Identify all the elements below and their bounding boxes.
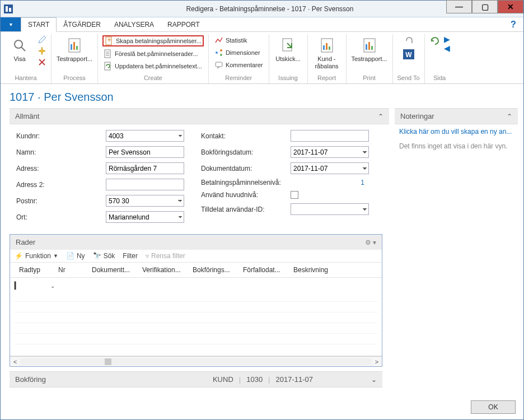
process-group-label: Process [63,73,86,83]
bokfdatum-field[interactable] [291,146,369,158]
skapa-betalningspaminnelser-button[interactable]: Skapa betalningspåminnelser... [102,35,204,46]
menu-analysera[interactable]: ANALYSERA [107,17,161,31]
uppdatera-betpaminnelsetext-button[interactable]: Uppdatera bet.påminnelsetext... [102,61,204,71]
ribbon-group-reminder: Statistik Dimensioner Kommentarer Remind… [209,34,269,83]
file-menu-dropdown[interactable]: ▾ [1,17,21,31]
ribbon-group-sida: ▶ ◀ Sida [425,34,455,83]
kundnr-field[interactable] [106,130,184,142]
sparkle-icon[interactable] [38,46,46,55]
word-icon[interactable]: W [402,48,415,61]
foresla-betpaminnelserader-button[interactable]: Föreslå bet.påminnelserader... [102,49,204,59]
row-dropdown-icon[interactable]: ⌄ [50,283,58,289]
col-forfallodat[interactable]: Förfallodat... [238,266,289,274]
sok-button[interactable]: 🔭Sök [93,252,115,260]
svg-point-17 [216,52,218,54]
reminder-group-label: Reminder [225,73,252,83]
uppdatera-label: Uppdatera bet.påminnelsetext... [115,63,202,69]
scroll-right-icon[interactable]: > [372,358,382,365]
noteringar-header[interactable]: Noteringar ⌃ [395,108,518,124]
svg-rect-10 [76,46,78,50]
ribbon-group-issuing: Utskick... Issuing [269,34,308,83]
delete-icon[interactable] [38,58,46,67]
allmant-header[interactable]: Allmänt ⌃ [10,108,389,124]
col-verifikation[interactable]: Verifikation... [138,266,188,274]
help-icon[interactable]: ? [508,17,519,31]
anvandarid-field[interactable] [291,203,369,215]
side-panel: Noteringar ⌃ Klicka här om du vill skapa… [395,108,518,395]
svg-rect-2 [9,8,11,12]
close-button[interactable]: ✕ [498,0,523,13]
huvudniva-checkbox[interactable] [291,191,298,199]
dokdatum-label: Dokumentdatum: [201,165,291,172]
grid-body[interactable]: ▎ ⌄ [10,278,382,356]
svg-rect-27 [366,44,367,50]
create-group-label: Create [144,73,162,83]
scroll-left-icon[interactable]: < [10,358,20,365]
ort-field[interactable] [106,211,184,223]
funktion-button[interactable]: ⚡Funktion ▼ [15,252,58,260]
lightning-icon: ⚡ [15,252,23,260]
rensa-filter-button[interactable]: ▿Rensa filter [146,252,185,260]
col-bokforings[interactable]: Bokförings... [188,266,238,274]
adress2-field[interactable] [106,179,184,190]
statistik-label: Statistik [226,37,247,44]
filter-button[interactable]: Filter [123,252,138,260]
kontakt-field[interactable] [291,130,369,142]
report-group-label: Report [317,73,336,83]
adress-field[interactable] [106,162,184,174]
minimize-button[interactable]: — [446,0,472,13]
svg-rect-25 [329,46,330,50]
kommentarer-label: Kommentarer [226,62,263,68]
rader-gear-icon[interactable]: ⚙ ▾ [365,239,376,246]
svg-rect-29 [371,46,373,50]
testrapport-button[interactable]: Testrapport... [56,35,93,64]
menu-atgarder[interactable]: ÅTGÄRDER [57,17,107,31]
attachment-icon[interactable] [404,35,414,45]
noteringar-new-link[interactable]: Klicka här om du vill skapa en ny an... [395,124,518,139]
col-radtyp[interactable]: Radtyp [15,266,54,274]
statistik-button[interactable]: Statistik [213,35,264,45]
bokfdatum-label: Bokföringsdatum: [201,148,291,156]
sendto-group-label: Send To [397,73,420,83]
namn-label: Namn: [16,148,106,156]
edit-icon[interactable] [38,35,46,44]
col-beskrivning[interactable]: Beskrivning [289,266,339,274]
grid-hscroll[interactable]: < > [10,356,382,366]
next-icon[interactable]: ▶ [444,35,450,43]
nav-arrows: ▶ ◀ [444,35,450,52]
menu-rapport[interactable]: RAPPORT [161,17,207,31]
prev-icon[interactable]: ◀ [444,44,450,52]
print-testrapport-button[interactable]: Testrapport... [351,35,388,64]
bokforing-expand-icon[interactable]: ⌄ [371,376,377,384]
ribbon-group-hantera: Visa Hantera [1,34,52,83]
ny-button[interactable]: 📄Ny [66,252,85,260]
dokdatum-field[interactable] [291,162,369,174]
app-window: Redigera - Betalningspåminnelse - 1017 ·… [0,0,524,420]
grid-row-active[interactable]: ▎ ⌄ [15,280,377,291]
report-icon-2 [361,36,378,54]
kundnr-label: Kundnr: [16,132,106,140]
visa-button[interactable]: Visa [5,35,34,64]
ok-button[interactable]: OK [471,400,516,414]
col-nr[interactable]: Nr [54,266,87,274]
col-dokument[interactable]: Dokumentt... [87,266,138,274]
dimensioner-button[interactable]: Dimensioner [213,48,264,58]
maximize-button[interactable]: ▢ [472,0,498,13]
allmant-body: Kundnr: Namn: Adress: [10,124,389,232]
status-id: 1030 [246,375,263,384]
svg-point-3 [15,40,22,48]
kund-rabalans-button[interactable]: Kund - råbalans [312,35,341,71]
refresh-icon[interactable] [429,35,441,46]
binoculars-icon: 🔭 [93,252,101,260]
postnr-label: Postnr: [16,197,106,205]
postnr-field[interactable] [106,195,184,207]
rader-header[interactable]: Rader ⚙ ▾ [10,235,382,250]
kommentarer-button[interactable]: Kommentarer [213,60,264,70]
svg-rect-0 [4,4,13,13]
bokforing-bar[interactable]: Bokföring KUND | 1030 | 2017-11-07 ⌄ [10,371,382,388]
document-lines-icon [104,49,113,58]
menu-start[interactable]: START [21,17,57,32]
scroll-thumb[interactable] [105,358,111,365]
utskick-button[interactable]: Utskick... [274,35,303,64]
namn-field[interactable] [106,146,184,158]
